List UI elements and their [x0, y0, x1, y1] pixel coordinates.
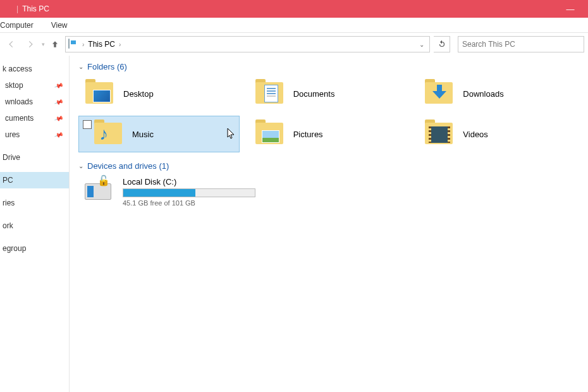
- sidebar-item-quick-access[interactable]: k access: [0, 61, 69, 77]
- lock-open-icon: 🔓: [97, 175, 110, 187]
- folder-icon: [424, 81, 454, 106]
- pin-icon: 📌: [54, 97, 64, 106]
- folder-item-downloads[interactable]: Downloads: [418, 75, 579, 112]
- titlebar: | This PC —: [0, 0, 588, 18]
- sidebar-item-label: k access: [3, 64, 32, 73]
- drive-usage-fill: [123, 189, 195, 197]
- sidebar-item-label: Drive: [3, 153, 20, 162]
- section-header-folders[interactable]: ⌄ Folders (6): [78, 62, 579, 71]
- this-pc-icon: [68, 39, 78, 49]
- ribbon-tab-view[interactable]: View: [51, 18, 68, 32]
- folder-label: Videos: [463, 130, 488, 139]
- sidebar-item-libraries[interactable]: ries: [0, 195, 69, 211]
- sidebar-item-network[interactable]: ork: [0, 217, 69, 234]
- folder-label: Pictures: [293, 130, 323, 139]
- sidebar-item-homegroup[interactable]: egroup: [0, 240, 69, 257]
- nav-recent-dropdown[interactable]: ▾: [42, 41, 45, 47]
- minimize-button[interactable]: —: [558, 4, 583, 14]
- ribbon-tab-computer[interactable]: Computer: [0, 18, 34, 32]
- sidebar-item-label: ries: [3, 199, 15, 207]
- sidebar-item-label: PC: [3, 176, 13, 185]
- system-menu-icon[interactable]: [5, 5, 13, 13]
- pin-icon: 📌: [54, 80, 64, 90]
- video-overlay-icon: [431, 126, 448, 143]
- sidebar-item-this-pc[interactable]: PC: [0, 172, 69, 188]
- folder-icon: ♪: [93, 121, 123, 147]
- sidebar-item-label: cuments: [5, 114, 34, 123]
- folder-item-videos[interactable]: Videos: [418, 116, 579, 152]
- music-note-icon: ♪: [99, 125, 108, 143]
- selection-checkbox[interactable]: [83, 120, 92, 129]
- download-arrow-icon: [432, 85, 446, 99]
- section-title: Devices and drives (1): [87, 161, 169, 171]
- sidebar-item-pictures[interactable]: ures📌: [0, 126, 69, 143]
- folder-item-documents[interactable]: Documents: [248, 75, 410, 112]
- search-box[interactable]: [458, 36, 584, 52]
- pin-icon: 📌: [54, 113, 64, 123]
- sidebar-item-downloads[interactable]: wnloads📌: [0, 94, 69, 110]
- drive-item-c[interactable]: 🔓 Local Disk (C:) 45.1 GB free of 101 GB: [78, 175, 274, 209]
- nav-back-button[interactable]: [4, 37, 19, 52]
- folder-item-desktop[interactable]: Desktop: [78, 75, 240, 112]
- ribbon: Computer View: [0, 18, 588, 33]
- sidebar-item-label: ork: [3, 221, 13, 230]
- sidebar-item-label: egroup: [3, 244, 26, 253]
- sidebar-item-label: sktop: [5, 81, 23, 90]
- search-input[interactable]: [462, 40, 580, 49]
- folder-icon: [254, 81, 285, 106]
- sidebar-item-documents[interactable]: cuments📌: [0, 110, 69, 126]
- folder-label: Downloads: [463, 89, 503, 99]
- sidebar-item-label: wnloads: [5, 97, 33, 106]
- content-pane: ⌄ Folders (6) Desktop Documents: [70, 56, 588, 392]
- folder-label: Desktop: [123, 89, 154, 99]
- collapse-chevron-icon[interactable]: ⌄: [78, 63, 83, 70]
- sidebar-item-onedrive[interactable]: Drive: [0, 149, 69, 166]
- address-bar[interactable]: › This PC › ⌄: [65, 36, 430, 52]
- body: k access sktop📌 wnloads📌 cuments📌 ures📌 …: [0, 56, 588, 392]
- desktop-overlay-icon: [93, 90, 111, 102]
- drive-usage-bar: [123, 188, 255, 197]
- navbar: ▾ › This PC › ⌄: [0, 33, 588, 56]
- refresh-button[interactable]: [434, 36, 450, 52]
- sidebar: k access sktop📌 wnloads📌 cuments📌 ures📌 …: [0, 56, 70, 392]
- section-title: Folders (6): [87, 62, 127, 71]
- drive-icon: 🔓: [83, 177, 114, 202]
- folder-label: Documents: [293, 89, 335, 99]
- document-overlay-icon: [264, 85, 278, 102]
- sidebar-item-desktop[interactable]: sktop📌: [0, 77, 69, 94]
- folder-icon: [84, 81, 114, 106]
- sidebar-item-label: ures: [5, 130, 20, 139]
- window-title: This PC: [22, 4, 49, 13]
- folder-icon: [424, 121, 454, 147]
- titlebar-separator: |: [16, 4, 18, 13]
- folder-item-pictures[interactable]: Pictures: [248, 116, 410, 152]
- folder-item-music[interactable]: ♪ Music: [78, 116, 240, 152]
- section-header-drives[interactable]: ⌄ Devices and drives (1): [78, 161, 579, 171]
- folder-icon: [254, 121, 285, 147]
- nav-forward-button[interactable]: [23, 37, 38, 52]
- breadcrumb-chevron-icon[interactable]: ›: [82, 41, 84, 48]
- nav-up-button[interactable]: [49, 38, 61, 51]
- folders-grid: Desktop Documents Downloads: [78, 75, 579, 152]
- collapse-chevron-icon[interactable]: ⌄: [78, 162, 83, 169]
- folder-label: Music: [132, 130, 154, 139]
- drive-free-text: 45.1 GB free of 101 GB: [123, 199, 269, 207]
- address-dropdown-icon[interactable]: ⌄: [417, 41, 427, 48]
- cursor-icon: [227, 128, 236, 142]
- breadcrumb-this-pc[interactable]: This PC: [88, 40, 115, 49]
- drive-name: Local Disk (C:): [123, 177, 269, 187]
- breadcrumb-chevron-icon[interactable]: ›: [119, 41, 121, 48]
- pin-icon: 📌: [54, 130, 64, 139]
- picture-overlay-icon: [262, 130, 279, 143]
